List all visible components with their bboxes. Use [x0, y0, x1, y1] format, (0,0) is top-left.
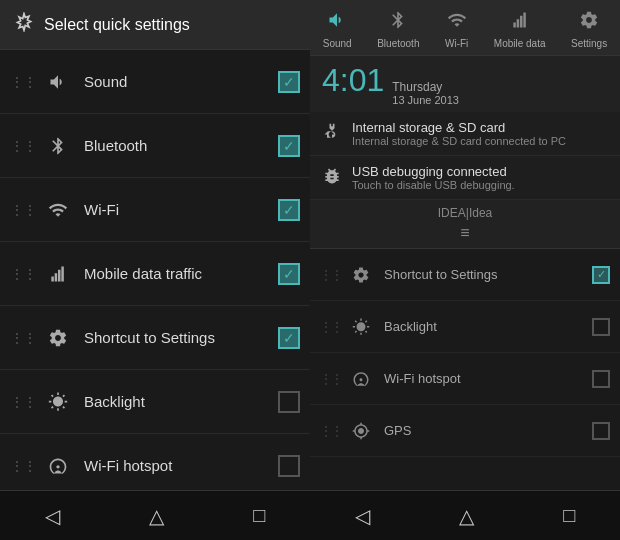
list-item[interactable]: ⋮⋮ Wi-Fi ✓ — [0, 178, 310, 242]
current-time: 4:01 — [322, 62, 384, 99]
sound-checkbox[interactable]: ✓ — [278, 71, 300, 93]
shortcut-label: Shortcut to Settings — [384, 267, 592, 282]
backlight-icon — [44, 388, 72, 416]
list-item[interactable]: ⋮⋮ Sound ✓ — [0, 50, 310, 114]
wifi-hotspot-label: Wi-Fi hotspot — [84, 457, 278, 474]
gps-label: GPS — [384, 423, 592, 438]
shortcut-icon — [348, 262, 374, 288]
quick-toggles-bar: Sound Bluetooth Wi-Fi Mobile data Settin… — [310, 0, 620, 56]
right-settings-list: ⋮⋮ Shortcut to Settings ✓ ⋮⋮ Backlight ⋮… — [310, 249, 620, 490]
settings-list: ⋮⋮ Sound ✓ ⋮⋮ Bluetooth ✓ ⋮⋮ — [0, 50, 310, 490]
storage-title: Internal storage & SD card — [352, 120, 566, 135]
home-button[interactable]: △ — [439, 496, 494, 536]
checkmark-icon: ✓ — [283, 202, 295, 218]
drag-handle-icon: ⋮⋮ — [10, 203, 36, 217]
shortcut-checkbox[interactable]: ✓ — [278, 327, 300, 349]
drag-handle-icon: ⋮⋮ — [320, 321, 342, 333]
backlight-icon — [348, 314, 374, 340]
wifi-checkbox[interactable]: ✓ — [278, 199, 300, 221]
recent-button[interactable]: □ — [543, 496, 595, 535]
toggle-sound[interactable]: Sound — [317, 8, 358, 51]
status-time-bar: 4:01 Thursday 13 June 2013 — [310, 56, 620, 112]
backlight-label: Backlight — [384, 319, 592, 334]
checkmark-icon: ✓ — [283, 138, 295, 154]
back-button[interactable]: ◁ — [335, 496, 390, 536]
drag-handle-icon: ⋮⋮ — [10, 75, 36, 89]
idea-label: IDEA|Idea — [438, 206, 492, 220]
drag-handle-icon: ⋮⋮ — [10, 331, 36, 345]
list-item[interactable]: ⋮⋮ Wi-Fi hotspot — [0, 434, 310, 490]
list-item[interactable]: ⋮⋮ Mobile data traffic ✓ — [0, 242, 310, 306]
list-item[interactable]: ⋮⋮ GPS — [310, 405, 620, 457]
mobile-data-toggle-label: Mobile data — [494, 38, 546, 49]
wifi-hotspot-label: Wi-Fi hotspot — [384, 371, 592, 386]
sound-icon — [44, 68, 72, 96]
right-panel: Sound Bluetooth Wi-Fi Mobile data Settin… — [310, 0, 620, 540]
day-label: Thursday — [392, 80, 459, 94]
toggle-bluetooth[interactable]: Bluetooth — [371, 8, 425, 51]
drag-handle-icon: ⋮⋮ — [10, 139, 36, 153]
drag-handle-icon: ⋮⋮ — [320, 373, 342, 385]
gps-checkbox[interactable] — [592, 422, 610, 440]
list-item[interactable]: ⋮⋮ Wi-Fi hotspot — [310, 353, 620, 405]
wifi-hotspot-icon — [348, 366, 374, 392]
wifi-toggle-label: Wi-Fi — [445, 38, 468, 49]
usb-storage-icon — [322, 122, 342, 147]
wifi-toggle-icon — [447, 10, 467, 35]
wifi-hotspot-checkbox[interactable] — [592, 370, 610, 388]
list-item[interactable]: ⋮⋮ Bluetooth ✓ — [0, 114, 310, 178]
sound-toggle-label: Sound — [323, 38, 352, 49]
drag-handle-icon: ⋮⋮ — [10, 459, 36, 473]
usb-debug-title: USB debugging connected — [352, 164, 515, 179]
backlight-label: Backlight — [84, 393, 278, 410]
date-label: 13 June 2013 — [392, 94, 459, 106]
list-item[interactable]: ⋮⋮ Backlight — [310, 301, 620, 353]
left-panel: Select quick settings ⋮⋮ Sound ✓ ⋮⋮ Blue… — [0, 0, 310, 540]
mobile-data-toggle-icon — [510, 10, 530, 35]
notification-item[interactable]: Internal storage & SD card Internal stor… — [310, 112, 620, 156]
mobile-data-checkbox[interactable]: ✓ — [278, 263, 300, 285]
sound-label: Sound — [84, 73, 278, 90]
menu-lines-icon: ≡ — [460, 224, 469, 242]
divider-area: IDEA|Idea ≡ — [310, 200, 620, 249]
shortcut-checkbox[interactable]: ✓ — [592, 266, 610, 284]
sound-toggle-icon — [327, 10, 347, 35]
bluetooth-icon — [44, 132, 72, 160]
wifi-label: Wi-Fi — [84, 201, 278, 218]
back-button[interactable]: ◁ — [25, 496, 80, 536]
right-nav-bar: ◁ △ □ — [310, 490, 620, 540]
toggle-wifi[interactable]: Wi-Fi — [439, 8, 474, 51]
bluetooth-checkbox[interactable]: ✓ — [278, 135, 300, 157]
checkmark-icon: ✓ — [597, 268, 606, 281]
bluetooth-toggle-label: Bluetooth — [377, 38, 419, 49]
shortcut-icon — [44, 324, 72, 352]
notification-area: Internal storage & SD card Internal stor… — [310, 112, 620, 200]
backlight-checkbox[interactable] — [592, 318, 610, 336]
list-item[interactable]: ⋮⋮ Shortcut to Settings ✓ — [0, 306, 310, 370]
toggle-mobile-data[interactable]: Mobile data — [488, 8, 552, 51]
list-item[interactable]: ⋮⋮ Shortcut to Settings ✓ — [310, 249, 620, 301]
left-header: Select quick settings — [0, 0, 310, 50]
list-item[interactable]: ⋮⋮ Backlight — [0, 370, 310, 434]
page-title: Select quick settings — [44, 16, 190, 34]
recent-button[interactable]: □ — [233, 496, 285, 535]
toggle-settings[interactable]: Settings — [565, 8, 613, 51]
wifi-hotspot-checkbox[interactable] — [278, 455, 300, 477]
settings-toggle-icon — [579, 10, 599, 35]
usb-debug-notification-text: USB debugging connected Touch to disable… — [352, 164, 515, 191]
storage-notification-text: Internal storage & SD card Internal stor… — [352, 120, 566, 147]
bluetooth-toggle-icon — [388, 10, 408, 35]
backlight-checkbox[interactable] — [278, 391, 300, 413]
settings-icon — [14, 12, 34, 37]
mobile-data-label: Mobile data traffic — [84, 265, 278, 282]
left-nav-bar: ◁ △ □ — [0, 490, 310, 540]
drag-handle-icon: ⋮⋮ — [320, 425, 342, 437]
wifi-hotspot-icon — [44, 452, 72, 480]
home-button[interactable]: △ — [129, 496, 184, 536]
drag-handle-icon: ⋮⋮ — [10, 395, 36, 409]
drag-handle-icon: ⋮⋮ — [320, 269, 342, 281]
date-info: Thursday 13 June 2013 — [392, 80, 459, 106]
notification-item[interactable]: USB debugging connected Touch to disable… — [310, 156, 620, 200]
wifi-icon — [44, 196, 72, 224]
drag-handle-icon: ⋮⋮ — [10, 267, 36, 281]
